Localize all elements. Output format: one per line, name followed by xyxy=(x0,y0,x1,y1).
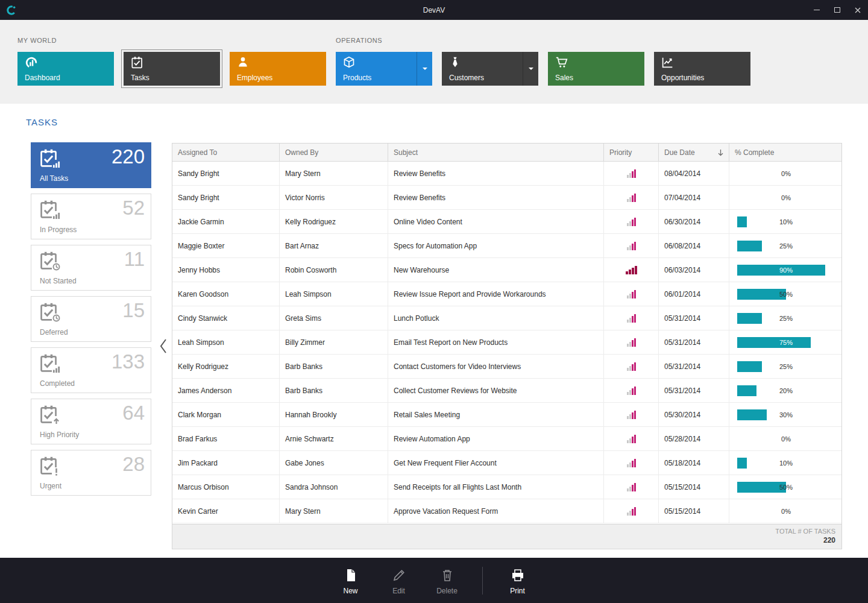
cell-subject: Online Video Content xyxy=(388,210,604,233)
tasks-grid: Assigned To Owned By Subject Priority Du… xyxy=(172,143,842,549)
cell-subject: Collect Customer Reviews for Website xyxy=(388,379,604,402)
cell-assigned-to: Brad Farkus xyxy=(172,427,280,450)
priority-bars-icon xyxy=(627,338,636,347)
priority-bars-icon xyxy=(627,218,636,226)
progress-label: 25% xyxy=(737,313,835,324)
filter-not-started[interactable]: 11 Not Started xyxy=(31,245,151,291)
cell-assigned-to: Kelly Rodriguez xyxy=(172,355,280,378)
toolbar-separator xyxy=(482,567,483,595)
table-row[interactable]: Jackie Garmin Kelly Rodriguez Online Vid… xyxy=(172,210,841,234)
chevron-down-icon xyxy=(529,68,533,70)
total-tasks-value: 220 xyxy=(172,536,835,545)
table-row[interactable]: Sandy Bright Mary Stern Review Benefits … xyxy=(172,162,841,186)
filter-all-tasks[interactable]: 220 All Tasks xyxy=(31,142,151,188)
edit-button[interactable]: Edit xyxy=(380,566,418,595)
tile-opportunities[interactable]: Opportunities xyxy=(654,52,750,86)
page-title: TASKS xyxy=(26,117,58,127)
progress-track: 50% xyxy=(737,482,835,493)
tile-customers[interactable]: Customers xyxy=(442,52,538,86)
progress-track: 75% xyxy=(737,337,835,348)
table-row[interactable]: Marcus Orbison Sandra Johnson Send Recei… xyxy=(172,475,841,499)
table-row[interactable]: James Anderson Barb Banks Collect Custom… xyxy=(172,379,841,403)
tasks-icon xyxy=(131,56,143,69)
table-row[interactable]: Leah Simpson Billy Zimmer Email Test Rep… xyxy=(172,330,841,355)
cell-owned-by: Sandra Johnson xyxy=(280,475,388,499)
cell-priority xyxy=(604,499,659,523)
filter-in-progress[interactable]: 52 In Progress xyxy=(31,194,151,239)
table-row[interactable]: Cindy Stanwick Greta Sims Lunch Potluck … xyxy=(172,306,841,330)
tile-dropdown-button[interactable] xyxy=(417,52,432,86)
sort-desc-icon xyxy=(717,149,724,156)
filter-completed[interactable]: 133 Completed xyxy=(31,347,151,393)
cell-priority xyxy=(604,475,659,499)
employees-icon xyxy=(237,56,249,68)
tile-employees[interactable]: Employees xyxy=(230,52,326,86)
column-header-owned-by[interactable]: Owned By xyxy=(280,144,388,161)
new-button[interactable]: New xyxy=(332,566,370,595)
table-row[interactable]: Clark Morgan Hannah Brookly Retail Sales… xyxy=(172,403,841,427)
nav-group-operations: OPERATIONS Products xyxy=(336,37,750,86)
cell-priority xyxy=(604,355,659,378)
print-button-label: Print xyxy=(510,587,525,595)
tile-dropdown-button[interactable] xyxy=(523,52,538,86)
column-header-subject[interactable]: Subject xyxy=(388,144,604,161)
table-row[interactable]: Karen Goodson Leah Simpson Review Issue … xyxy=(172,282,841,306)
cell-assigned-to: Leah Simpson xyxy=(172,330,280,354)
print-button[interactable]: Print xyxy=(498,566,537,595)
task-chart-icon xyxy=(39,200,58,219)
column-header-percent-complete[interactable]: % Complete xyxy=(729,144,841,161)
maximize-icon xyxy=(834,7,840,13)
cell-assigned-to: James Anderson xyxy=(172,379,280,402)
cell-assigned-to: Cindy Stanwick xyxy=(172,306,280,330)
collapse-sidebar-button[interactable] xyxy=(157,338,169,355)
filter-deferred[interactable]: 15 Deferred xyxy=(31,296,151,342)
progress-label: 75% xyxy=(737,337,835,348)
filter-urgent[interactable]: 28 Urgent xyxy=(31,450,151,496)
column-header-due-date[interactable]: Due Date xyxy=(659,144,729,161)
progress-label: 0% xyxy=(737,168,835,179)
priority-bars-icon xyxy=(626,266,637,274)
cell-priority xyxy=(604,306,659,330)
table-row[interactable]: Maggie Boxter Bart Arnaz Specs for Autom… xyxy=(172,234,841,258)
dashboard-icon xyxy=(25,56,38,69)
table-row[interactable]: Sandy Bright Victor Norris Review Benefi… xyxy=(172,186,841,210)
tile-products[interactable]: Products xyxy=(336,52,432,86)
cell-priority xyxy=(604,451,659,475)
tile-label: Employees xyxy=(237,74,272,82)
cell-priority xyxy=(604,282,659,306)
cell-percent-complete: 50% xyxy=(729,475,841,499)
tile-dashboard[interactable]: Dashboard xyxy=(17,52,114,86)
filter-label: Completed xyxy=(40,379,75,388)
cell-assigned-to: Kevin Carter xyxy=(172,499,280,523)
task-exclamation-icon xyxy=(39,456,58,475)
minimize-button[interactable] xyxy=(807,0,827,20)
table-row[interactable]: Jenny Hobbs Robin Cosworth New Warehours… xyxy=(172,258,841,282)
maximize-button[interactable] xyxy=(827,0,848,20)
table-row[interactable]: Jim Packard Gabe Jones Get New Frequent … xyxy=(172,451,841,475)
task-filter-list: 220 All Tasks 52 In Progress 11 Not Star… xyxy=(31,142,151,501)
title-bar: DevAV xyxy=(0,0,868,20)
tile-sales[interactable]: Sales xyxy=(548,52,644,86)
cell-due-date: 05/28/2014 xyxy=(659,427,729,450)
progress-track: 20% xyxy=(737,385,835,396)
products-icon xyxy=(343,56,355,68)
filter-high-priority[interactable]: 64 High Priority xyxy=(31,399,151,444)
cell-subject: Specs for Automation App xyxy=(388,234,604,257)
filter-label: All Tasks xyxy=(40,174,68,183)
table-row[interactable]: Kelly Rodriguez Barb Banks Contact Custo… xyxy=(172,355,841,379)
column-header-priority[interactable]: Priority xyxy=(604,144,659,161)
cell-owned-by: Billy Zimmer xyxy=(280,330,388,354)
tile-tasks[interactable]: Tasks xyxy=(124,52,220,86)
cell-priority xyxy=(604,379,659,402)
table-row[interactable]: Kevin Carter Mary Stern Approve Vacation… xyxy=(172,499,841,523)
cell-subject: Approve Vacation Request Form xyxy=(388,499,604,523)
close-button[interactable] xyxy=(848,0,868,20)
table-row[interactable]: Brad Farkus Arnie Schwartz Review Automa… xyxy=(172,427,841,451)
cell-percent-complete: 0% xyxy=(729,427,841,450)
column-header-assigned-to[interactable]: Assigned To xyxy=(172,144,280,161)
progress-track: 30% xyxy=(737,409,835,420)
cell-priority xyxy=(604,403,659,426)
priority-bars-icon xyxy=(627,387,636,395)
delete-button[interactable]: Delete xyxy=(428,566,467,595)
task-arrow-up-icon xyxy=(39,405,58,424)
